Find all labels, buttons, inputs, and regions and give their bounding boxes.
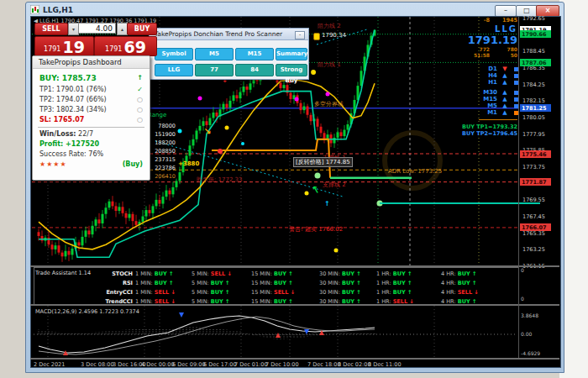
down-arrow-icon: ↓: [171, 289, 176, 296]
ta-signal-cell: 1 MIN: SELL ↓: [135, 289, 176, 296]
macd-scale-label: 0.00: [521, 331, 532, 337]
up-triangle-icon: ▲: [497, 96, 512, 102]
scanner-header-button[interactable]: Symbol: [155, 48, 193, 60]
down-arrow-icon: ↓: [228, 270, 232, 277]
trade-assistant-title: Trade Assistant 1.14: [35, 270, 91, 276]
ta-signal-cell: 5 MIN: BUY ↑: [192, 280, 230, 286]
scanner-header-button[interactable]: M5: [195, 48, 234, 60]
ta-signal-cell: 4 HR: BUY ↑: [441, 280, 476, 286]
ta-signal-cell: 1 MIN: SELL ↓: [135, 298, 176, 305]
price-axis-label: 1763.25: [522, 246, 545, 253]
price-alert-bell-icon: [313, 33, 320, 40]
price-level-badge: 1775.46: [520, 150, 551, 158]
up-triangle-icon: ▲: [497, 109, 512, 116]
time-axis-label: 6 Dec 17:00: [203, 361, 237, 368]
buy-price-small: 1791: [105, 45, 122, 53]
price-axis-label: 1777.95: [522, 131, 545, 138]
current-price-overlay: 1791.19: [454, 34, 517, 46]
macd-scale-label: 3.8648: [521, 312, 538, 318]
down-arrow-icon: ↓: [474, 289, 478, 296]
up-arrow-icon: ↑: [225, 298, 229, 305]
countdown-row: 51:5850: [454, 52, 517, 58]
ta-signal-cell: 30 MIN: BUY ↑: [319, 270, 361, 277]
up-arrow-icon: ↑: [137, 74, 143, 82]
chart-annotation: 昨天低: 1772.33: [197, 176, 243, 184]
time-axis-label: 8 Dec 11:00: [368, 361, 402, 368]
time-axis-label: 7 Dec 10:00: [265, 361, 299, 368]
chart-annotation: 支撑线 2: [323, 181, 346, 189]
up-arrow-icon: ↑: [288, 270, 292, 277]
scanner-value-button[interactable]: 77: [195, 64, 234, 76]
subwindow-scale-label: 0: [521, 296, 524, 302]
volume-input[interactable]: 4.00: [78, 23, 116, 34]
time-axis-label: 6 Dec 09:00: [172, 361, 206, 368]
spread-row: -81945: [454, 17, 517, 24]
up-triangle-icon: ▲: [497, 89, 512, 96]
up-arrow-icon: ↑: [472, 270, 476, 277]
success-rate-row: Success Rate: 76%: [39, 150, 143, 158]
ta-signal-cell: 1 MIN: BUY ↑: [135, 280, 174, 286]
up-arrow-icon: ↑: [288, 298, 292, 305]
clock-icon: ○: [137, 96, 143, 103]
price-level-badge: 1781.25: [520, 104, 551, 112]
minimize-button[interactable]: –: [495, 5, 517, 17]
scanner-header-button[interactable]: Summary: [276, 48, 307, 60]
timeframe-label: H1: [475, 79, 497, 86]
ta-signal-cell: 4 HR: SELL ↓: [441, 289, 479, 296]
up-arrow-icon: ↑: [472, 298, 476, 305]
sell-price-tile[interactable]: 1791 19: [34, 36, 94, 56]
square-flag-icon: [514, 81, 518, 85]
range-extra-value: +3880: [178, 160, 199, 167]
square-flag-icon: [514, 91, 518, 95]
time-axis-label: 2 Dec 2021: [34, 361, 65, 368]
scanner-value-button[interactable]: LLG: [155, 64, 193, 76]
ta-signal-cell: 5 MIN: BUY ↑: [192, 298, 230, 305]
rating-row: ★★★★ (Buy): [39, 160, 143, 168]
signal-label: BUY:: [39, 74, 60, 82]
signal-value: 1785.73: [62, 74, 97, 82]
down-arrow-icon: ↓: [291, 289, 295, 296]
ta-signal-cell: 30 MIN: BUY ↑: [319, 280, 361, 286]
down-arrow-icon: ↓: [171, 298, 176, 305]
ta-signal-cell: 15 MIN: BUY ↑: [251, 270, 293, 277]
window-titlebar[interactable]: LLG,H1 – □ ×: [26, 3, 564, 17]
clock-icon: ○: [137, 116, 143, 123]
buy-price-tile[interactable]: 1791 69: [94, 36, 157, 56]
up-triangle-icon: ▲: [497, 79, 512, 86]
sell-button[interactable]: SELL: [34, 23, 68, 35]
screen: LLG,H1 – □ × FX ◀ LLG,H1 1790.47 1791.27…: [0, 0, 588, 378]
window-title: LLG,H1: [43, 6, 73, 14]
buy-tp1-label: BUY TP1=1793.32: [420, 123, 517, 130]
ta-indicator-name: TrendCCI: [99, 298, 133, 305]
sell-price-big: 19: [62, 40, 84, 55]
buy-button[interactable]: BUY: [127, 23, 157, 35]
time-axis-label: 7 Dec 18:00: [307, 361, 341, 368]
tp1-row: TP1: 1790.01 (76%) ✓: [39, 86, 143, 93]
scanner-title[interactable]: TakePropips Donchian Trend Pro Scanner: [150, 29, 308, 40]
time-axis-label: 3 Dec 08:00: [81, 361, 114, 368]
scanner-minimize-button[interactable]: -: [295, 31, 305, 39]
time-axis-label: 4 Dec 00:00: [141, 361, 175, 368]
scanner-value-button[interactable]: Strong Buy: [276, 64, 307, 76]
scanner-value-button[interactable]: 84: [235, 64, 274, 76]
dashboard-title[interactable]: TakePropips Dashboard: [33, 56, 150, 69]
ta-signal-cell: 4 HR: BUY ↑: [441, 298, 476, 305]
subwindow-splitter[interactable]: [30, 358, 559, 360]
symbol-overlay: LLG: [467, 24, 517, 34]
price-axis-label: 1773.75: [522, 164, 545, 171]
square-flag-icon: [514, 111, 518, 115]
timeframe-signal-row: D1▼: [475, 66, 518, 72]
subwindow-splitter[interactable]: [30, 265, 559, 267]
price-axis-label: 1767.45: [522, 213, 545, 220]
ta-signal-cell: 1 HR: BUY ↑: [376, 270, 412, 277]
chart-annotation: 警告! 超卖 1766.02: [289, 225, 343, 234]
star-rating-icon: ★★★★: [39, 160, 67, 168]
ta-signal-cell: 4 HR: BUY ↑: [441, 270, 476, 277]
chart-annotation: 阻力线 2: [318, 22, 341, 30]
ta-signal-cell: 15 MIN: BUY ↑: [251, 298, 293, 305]
price-axis-label: 1788.45: [522, 48, 545, 55]
square-flag-icon: [514, 104, 518, 108]
scanner-header-button[interactable]: M15: [235, 48, 274, 60]
tp3-row: TP3: 1802.34 (34%) ○: [39, 106, 143, 113]
up-arrow-icon: ↑: [169, 270, 173, 277]
